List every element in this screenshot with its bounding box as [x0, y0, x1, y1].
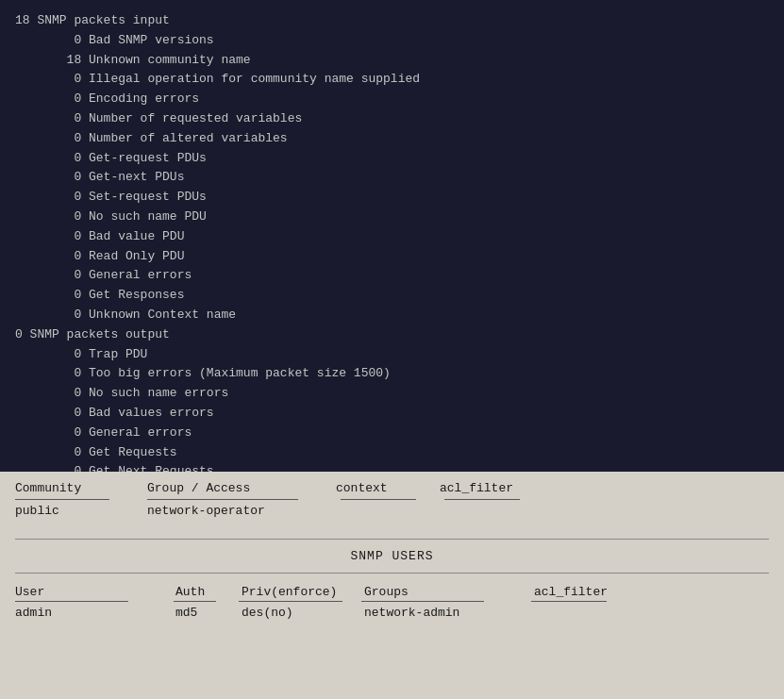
terminal-line: 0 Get-request PDUs [15, 149, 769, 169]
groups-col-header: Groups [364, 585, 534, 599]
terminal-line: 0 Get Responses [15, 286, 769, 306]
group-access-col-header: Group / Access [147, 481, 336, 495]
acl-filter-col-header: acl_filter [440, 481, 553, 495]
group-access-value: network-operator [147, 504, 336, 518]
users-table-row: admin md5 des(no) network-admin [15, 606, 769, 620]
terminal-line: 0 No such name PDU [15, 208, 769, 227]
community-table-row: public network-operator [15, 504, 769, 518]
users-table-divider [15, 601, 769, 602]
context-col-header: context [336, 481, 440, 495]
terminal-line: 0 General errors [15, 266, 769, 286]
terminal-line: 0 Get Next Requests [15, 462, 769, 472]
community-col-header: Community [15, 481, 147, 495]
terminal-line: 18 Unknown community name [15, 51, 769, 71]
terminal-line: 0 General errors [15, 424, 769, 443]
terminal-line: 0 Encoding errors [15, 90, 769, 109]
terminal-line: 0 Unknown Context name [15, 306, 769, 325]
terminal-line: 0 Bad SNMP versions [15, 31, 769, 51]
section-divider-1 [15, 539, 769, 540]
terminal-line: 0 No such name errors [15, 384, 769, 404]
terminal-line: 0 Illegal operation for community name s… [15, 70, 769, 90]
auth-col-header: Auth [175, 585, 242, 599]
terminal-line: 0 Set-request PDUs [15, 188, 769, 208]
community-value: public [15, 504, 147, 518]
terminal-line: 0 Trap PDU [15, 345, 769, 365]
terminal-line: 0 SNMP packets output [15, 325, 769, 345]
user-value: admin [15, 606, 175, 620]
snmp-users-header: SNMP USERS [0, 545, 784, 567]
priv-value: des(no) [242, 606, 364, 620]
users-acl-col-header: acl_filter [534, 585, 628, 599]
terminal-line: 0 Number of requested variables [15, 109, 769, 129]
terminal-line: 0 Read Only PDU [15, 247, 769, 267]
terminal-line: 0 Number of altered variables [15, 129, 769, 149]
community-table-header: Community Group / Access context acl_fil… [15, 481, 769, 497]
users-table-header: User Auth Priv(enforce) Groups acl_filte… [15, 585, 769, 599]
auth-value: md5 [175, 606, 242, 620]
terminal-line: 0 Get Requests [15, 443, 769, 463]
user-col-header: User [15, 585, 175, 599]
community-table: Community Group / Access context acl_fil… [0, 472, 784, 529]
groups-value: network-admin [364, 606, 534, 620]
terminal-line: 0 Bad values errors [15, 404, 769, 424]
terminal-output: 18 SNMP packets input 0 Bad SNMP version… [0, 0, 784, 472]
terminal-line: 0 Too big errors (Maximum packet size 15… [15, 364, 769, 384]
snmp-tables-section: Community Group / Access context acl_fil… [0, 472, 784, 699]
priv-col-header: Priv(enforce) [242, 585, 364, 599]
section-divider-2 [15, 573, 769, 574]
community-table-divider [15, 499, 769, 500]
terminal-line: 0 Bad value PDU [15, 227, 769, 247]
terminal-line: 18 SNMP packets input [15, 11, 769, 31]
terminal-line: 0 Get-next PDUs [15, 168, 769, 188]
snmp-users-table: User Auth Priv(enforce) Groups acl_filte… [0, 579, 784, 625]
